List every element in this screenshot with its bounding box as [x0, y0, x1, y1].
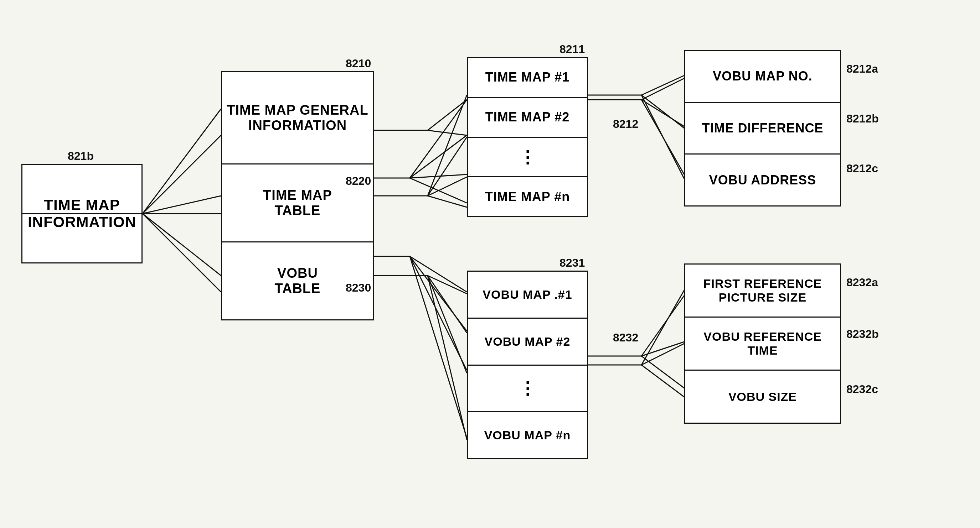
svg-line-8 [410, 100, 467, 178]
time-map-1: TIME MAP #1 [468, 58, 587, 98]
time-map-general-section: TIME MAP GENERALINFORMATION [222, 72, 373, 165]
svg-line-42 [641, 95, 684, 179]
svg-line-15 [410, 256, 467, 370]
vobu-map-ellipsis: ⋮ [468, 366, 587, 413]
label-8210: 8210 [346, 57, 371, 70]
vobu-map-2: VOBU MAP #2 [468, 319, 587, 366]
vobu-map-n: VOBU MAP #n [468, 412, 587, 458]
svg-line-24 [641, 356, 684, 388]
time-map-n: TIME MAP #n [468, 177, 587, 216]
time-map-information-label: TIME MAP INFORMATION [28, 197, 136, 231]
svg-line-20 [641, 100, 684, 174]
svg-line-32 [428, 177, 467, 196]
svg-line-31 [428, 137, 467, 196]
label-821b: 821b [68, 149, 94, 163]
svg-line-35 [428, 276, 467, 294]
diagram-container: TIME MAP INFORMATION 821b TIME MAP GENER… [0, 0, 980, 528]
svg-line-37 [428, 276, 467, 373]
svg-line-26 [143, 109, 221, 214]
svg-line-23 [641, 342, 684, 356]
label-8212a: 8212a [846, 62, 878, 76]
label-8232a: 8232a [846, 276, 878, 289]
time-map-information-box: TIME MAP INFORMATION [21, 164, 143, 263]
label-8220: 8220 [346, 174, 371, 188]
first-reference-picture-size: FIRST REFERENCEPICTURE SIZE [685, 265, 840, 317]
label-8212b: 8212b [846, 112, 879, 125]
svg-line-36 [428, 276, 467, 333]
time-map-entry-box: VOBU MAP NO. TIME DIFFERENCE VOBU ADDRES… [684, 50, 841, 206]
vobu-map-1: VOBU MAP .#1 [468, 272, 587, 319]
vobu-map-list-box: VOBU MAP .#1 VOBU MAP #2 ⋮ VOBU MAP #n [467, 271, 588, 459]
svg-line-46 [641, 365, 684, 397]
svg-line-9 [410, 135, 467, 178]
vobu-table-section: VOBUTABLE [222, 243, 373, 319]
vobu-reference-time: VOBU REFERENCETIME [685, 317, 840, 371]
label-8212: 8212 [613, 117, 638, 131]
time-map-list-box: TIME MAP #1 TIME MAP #2 ⋮ TIME MAP #n [467, 57, 588, 217]
svg-line-18 [641, 78, 684, 100]
svg-line-2 [143, 214, 221, 292]
svg-line-28 [143, 214, 221, 276]
label-8232b: 8232b [846, 328, 879, 341]
svg-line-16 [410, 256, 467, 438]
svg-line-13 [410, 256, 467, 292]
vobu-map-entry-box: FIRST REFERENCEPICTURE SIZE VOBU REFEREN… [684, 263, 841, 424]
svg-line-0 [143, 135, 221, 214]
label-8232c: 8232c [846, 383, 878, 396]
svg-line-6 [428, 130, 467, 135]
svg-line-45 [641, 344, 684, 365]
svg-line-41 [641, 95, 684, 128]
svg-line-5 [428, 100, 467, 130]
svg-line-40 [641, 76, 684, 95]
label-8232: 8232 [613, 331, 638, 344]
vobu-map-no: VOBU MAP NO. [685, 51, 840, 103]
svg-line-27 [143, 196, 221, 214]
svg-line-33 [428, 196, 467, 207]
vobu-address: VOBU ADDRESS [685, 154, 840, 205]
label-8212c: 8212c [846, 162, 878, 175]
svg-line-10 [410, 174, 467, 178]
time-map-2: TIME MAP #2 [468, 98, 587, 138]
svg-line-38 [428, 276, 467, 440]
label-8231: 8231 [560, 256, 585, 270]
time-difference: TIME DIFFERENCE [685, 103, 840, 155]
svg-line-14 [410, 256, 467, 331]
label-8211: 8211 [560, 43, 585, 56]
svg-line-22 [641, 295, 684, 356]
svg-line-11 [410, 178, 467, 203]
vobu-size: VOBU SIZE [685, 371, 840, 423]
label-8230: 8230 [346, 281, 371, 295]
svg-line-19 [641, 100, 684, 126]
svg-line-30 [428, 95, 467, 196]
time-map-ellipsis: ⋮ [468, 138, 587, 178]
svg-line-44 [641, 290, 684, 365]
